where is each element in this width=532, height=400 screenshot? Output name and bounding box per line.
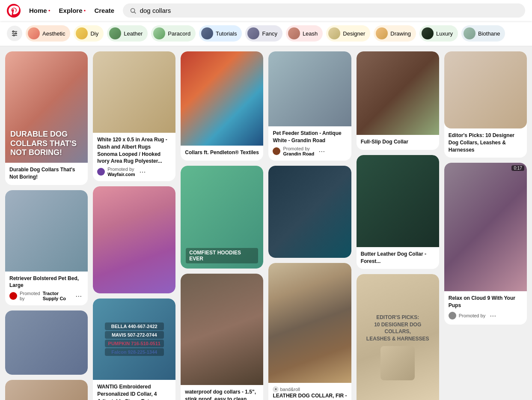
masonry-grid: Durable Dog Collars That's Not Boring! D… — [0, 46, 532, 400]
pin-card[interactable]: ♦ band&roll LEATHER DOG COLLAR, FIR - Br… — [268, 263, 351, 400]
pin-card[interactable]: White 120 x 0.5 in Area Rug - Dash and A… — [93, 51, 175, 181]
pin-card[interactable]: Butter Leather Dog Collar - Forest... — [357, 155, 439, 269]
pin-info: Retriever Bolstered Pet Bed, Large Promo… — [5, 272, 88, 306]
pin-card[interactable]: Durable Dog Collars That's Not Boring! D… — [5, 51, 88, 185]
pin-info: Full-Slip Dog Collar — [357, 135, 439, 150]
pin-info: Durable Dog Collars That's Not Boring! — [5, 163, 88, 185]
pin-meta: Promoted by Grandin Road ··· — [273, 146, 347, 156]
pin-info: Editor's Picks: 10 Designer Dog Collars,… — [444, 128, 527, 158]
pin-avatar — [449, 312, 456, 319]
svg-point-1 — [131, 8, 135, 12]
pin-meta: Promoted by Wayfair.com ··· — [97, 167, 171, 177]
pin-info: WANTIG Embroidered Personalized ID Colla… — [93, 380, 175, 400]
band-badge: ♦ band&roll — [273, 386, 347, 392]
pin-overlay-text: COMFIEST HOODIES EVER — [186, 248, 258, 263]
pin-card[interactable]: Collars ft. Pendleton® Textiles — [181, 51, 263, 161]
pin-avatar — [9, 292, 17, 300]
pin-overlay-text: Durable Dog Collars That's Not Boring! — [10, 130, 83, 158]
pin-title: LEATHER DOG COLLAR, FIR - Brow... — [273, 392, 347, 400]
pin-card[interactable] — [5, 310, 88, 375]
chip-tutorials[interactable]: Tutorials — [199, 25, 242, 42]
nav-create[interactable]: Create — [91, 4, 118, 17]
pin-info: Butter Leather Dog Collar - Forest... — [357, 247, 439, 269]
pin-title: waterproof dog collars - 1.5", stink pro… — [185, 388, 259, 400]
band-icon: ♦ — [273, 386, 279, 392]
svg-point-6 — [13, 31, 14, 32]
pin-title: WANTIG Embroidered Personalized ID Colla… — [97, 383, 171, 400]
pin-more-button[interactable]: ··· — [138, 167, 148, 176]
chip-biothane[interactable]: Biothane — [461, 25, 505, 42]
pin-info: Pet Feeder Station - Antique White - Gra… — [268, 126, 351, 161]
pin-info: White 120 x 0.5 in Area Rug - Dash and A… — [93, 133, 175, 181]
chip-fancy[interactable]: Fancy — [245, 25, 282, 42]
pin-meta: Promoted by ··· — [449, 311, 523, 320]
pin-promoted-label: Promoted by — [283, 146, 314, 151]
pin-title: Collars ft. Pendleton® Textiles — [185, 149, 259, 156]
band-label: band&roll — [280, 387, 300, 392]
header: Home● Explore● Create — [0, 0, 532, 21]
pin-card[interactable]: e Etsy Multiple Colour Velvet Personalis… — [5, 380, 88, 400]
pin-card[interactable]: COMFIEST HOODIES EVER — [181, 166, 263, 269]
pin-promoted-by: Wayfair.com — [107, 172, 135, 177]
pin-card[interactable] — [268, 166, 351, 258]
pin-promoted-by: Tractor Supply Co — [43, 291, 71, 301]
chip-leash[interactable]: Leash — [286, 25, 323, 42]
chip-leather[interactable]: Leather — [107, 25, 148, 42]
pin-title: Retriever Bolstered Pet Bed, Large — [9, 275, 83, 290]
pin-card[interactable]: BELLA 440-667-2422 MAVIS 507-272-0744 PU… — [93, 299, 175, 400]
pin-info: Relax on Cloud 9 With Your Pups Promoted… — [444, 291, 527, 325]
pin-card[interactable] — [93, 186, 175, 293]
pinterest-logo[interactable] — [7, 4, 21, 18]
chip-aesthetic[interactable]: Aesthetic — [26, 25, 70, 42]
pin-title: Relax on Cloud 9 With Your Pups — [449, 295, 523, 309]
pin-card[interactable]: 0:17 Relax on Cloud 9 With Your Pups Pro… — [444, 163, 527, 325]
svg-point-8 — [13, 35, 15, 36]
pin-card[interactable]: Editor's Picks: 10 Designer Dog Collars,… — [444, 51, 527, 158]
pin-title: Full-Slip Dog Collar — [361, 138, 435, 146]
pin-card[interactable]: Pet Feeder Station - Antique White - Gra… — [268, 51, 351, 161]
main-nav: Home● Explore● Create — [26, 4, 118, 17]
pin-more-button[interactable]: ··· — [488, 311, 498, 320]
chip-drawing[interactable]: Drawing — [374, 25, 416, 42]
filter-row: Aesthetic Diy Leather Paracord Tutorials… — [0, 21, 532, 46]
chip-designer[interactable]: Designer — [326, 25, 370, 42]
sliders-icon — [11, 30, 18, 37]
pin-promoted-label: Promoted by — [20, 291, 40, 301]
pin-more-button[interactable]: ··· — [317, 146, 327, 156]
pin-info: ♦ band&roll LEATHER DOG COLLAR, FIR - Br… — [268, 383, 351, 400]
pin-card[interactable]: EDITOR'S PICKS:10 DESIGNER DOG COLLARS,L… — [357, 274, 439, 400]
chip-paracord[interactable]: Paracord — [151, 25, 196, 42]
search-input[interactable] — [140, 7, 518, 14]
pin-title: Durable Dog Collars That's Not Boring! — [9, 166, 83, 181]
svg-point-7 — [15, 33, 17, 34]
nav-home[interactable]: Home● — [26, 4, 54, 17]
pin-promoted-label: Promoted by — [107, 167, 135, 172]
pin-card[interactable]: Retriever Bolstered Pet Bed, Large Promo… — [5, 190, 88, 306]
pin-info: waterproof dog collars - 1.5", stink pro… — [181, 385, 263, 400]
chip-diy[interactable]: Diy — [74, 25, 104, 42]
pin-title: Pet Feeder Station - Antique White - Gra… — [273, 130, 347, 144]
pin-more-button[interactable]: ··· — [74, 291, 83, 301]
pin-promoted-label: Promoted by — [459, 313, 485, 318]
pin-avatar — [273, 147, 280, 155]
svg-line-2 — [134, 12, 136, 13]
pin-title: White 120 x 0.5 in Area Rug - Dash and A… — [97, 136, 171, 165]
pin-title: Butter Leather Dog Collar - Forest... — [361, 251, 435, 265]
search-icon — [130, 7, 137, 14]
nav-explore[interactable]: Explore● — [56, 4, 89, 17]
pin-info: Collars ft. Pendleton® Textiles — [181, 146, 263, 161]
pin-title: Editor's Picks: 10 Designer Dog Collars,… — [449, 132, 523, 153]
pin-overlay-text: EDITOR'S PICKS:10 DESIGNER DOG COLLARS,L… — [363, 314, 432, 343]
pin-card[interactable]: Full-Slip Dog Collar — [357, 51, 439, 150]
search-bar[interactable] — [123, 3, 525, 18]
video-badge: 0:17 — [511, 165, 524, 171]
chip-luxury[interactable]: Luxury — [419, 25, 458, 42]
filter-button[interactable] — [7, 26, 22, 41]
pin-meta: Promoted by Tractor Supply Co ··· — [9, 291, 83, 301]
pin-card[interactable]: waterproof dog collars - 1.5", stink pro… — [181, 274, 263, 400]
pin-promoted-by: Grandin Road — [283, 151, 314, 156]
pin-avatar — [97, 168, 105, 176]
